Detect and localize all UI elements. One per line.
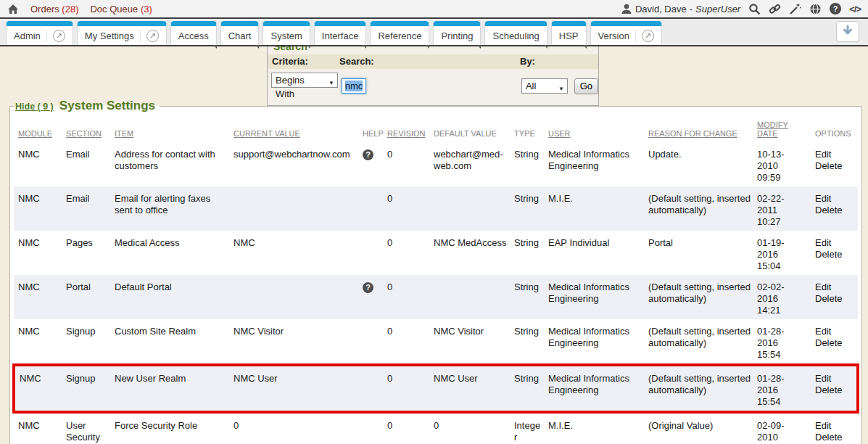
cell-revision: 0 [386,231,432,275]
tab-scheduling[interactable]: Scheduling [484,21,547,45]
cell-current-value: NMC User [232,365,361,412]
cell-module: NMC [14,231,65,275]
open-in-new-window-icon[interactable] [635,30,654,42]
wand-icon[interactable] [789,3,801,15]
cell-modify-date: 02-09-2010 21:01 [756,412,814,444]
cell-reason: (Default setting, inserted automatically… [647,319,756,365]
column-header-options[interactable]: OPTIONS [814,113,858,142]
column-header-modify-date[interactable]: MODIFY DATE [756,113,814,142]
column-header-help[interactable]: HELP [361,113,386,142]
edit-link[interactable]: Edit [815,326,853,337]
cell-current-value [232,186,361,231]
tab-admin[interactable]: Admin [6,21,73,45]
orders-link[interactable]: Orders (28) [30,4,78,15]
selected-text: nmc [345,81,363,91]
by-select[interactable]: All [521,78,568,94]
cell-default-value [432,275,513,319]
help-icon[interactable] [830,3,841,15]
delete-link[interactable]: Delete [815,385,852,396]
doc-queue-count: (3) [141,4,152,15]
settings-table: MODULE SECTION ITEM CURRENT VALUE HELP R… [12,113,859,444]
cell-revision: 0 [386,275,432,319]
tab-reference[interactable]: Reference [370,21,429,45]
edit-link[interactable]: Edit [815,237,853,249]
tab-hsp[interactable]: HSP [551,21,587,45]
edit-link[interactable]: Edit [815,193,853,205]
search-labels-row: Criteria: Search: By: [268,54,598,69]
edit-link[interactable]: Edit [815,281,853,293]
cell-help [361,142,386,186]
cell-revision: 0 [386,186,432,231]
column-header-user[interactable]: USER [547,113,647,142]
link-icon[interactable] [769,3,781,15]
hide-link[interactable]: Hide ( 9 ) [15,102,54,112]
cell-section: Signup [65,365,113,412]
user-name: David, Dave [635,4,687,15]
edit-link[interactable]: Edit [815,149,853,160]
delete-link[interactable]: Delete [815,432,853,443]
column-header-current-value[interactable]: CURRENT VALUE [232,113,361,142]
cell-default-value: webchart@med-web.com [432,142,513,186]
help-icon[interactable] [363,149,373,160]
search-legend: Search [268,46,598,54]
cell-options: Edit Delete [814,186,858,231]
cell-default-value: NMC MedAccess [432,231,513,275]
current-user[interactable]: David, Dave - SuperUser [621,3,740,15]
tab-system[interactable]: System [263,21,310,45]
edit-link[interactable]: Edit [815,420,853,432]
tab-label: Scheduling [492,30,539,41]
column-header-item[interactable]: ITEM [113,113,232,142]
tab-label: Version [598,30,629,41]
column-header-revision[interactable]: REVISION [386,113,432,142]
cell-default-value: NMC Visitor [432,319,513,365]
code-icon[interactable]: </> [849,4,861,15]
collapse-menu-button[interactable] [836,21,859,42]
search-input[interactable]: nmc [342,78,367,94]
top-bar-right: David, Dave - SuperUser </> [621,3,861,15]
home-icon[interactable] [7,4,19,15]
help-icon[interactable] [363,282,373,293]
tab-access[interactable]: Access [170,21,217,45]
tab-version[interactable]: Version [590,21,662,45]
search-controls-row: Begins With nmc All Go [268,69,598,105]
tab-interface[interactable]: Interface [314,21,367,45]
cell-default-value: NMC User [432,365,513,412]
cell-item: Address for contact with customers [113,142,232,186]
search-icon[interactable] [748,3,761,15]
delete-link[interactable]: Delete [815,249,853,260]
delete-link[interactable]: Delete [815,293,853,305]
column-header-default-value[interactable]: DEFAULT VALUE [432,113,513,142]
cell-section: Email [65,142,113,186]
globe-icon[interactable] [809,3,822,15]
table-row: NMC Pages Medical Access NMC 0 NMC MedAc… [14,231,858,275]
delete-link[interactable]: Delete [815,205,853,216]
tab-chart[interactable]: Chart [220,21,260,45]
column-header-reason-for-change[interactable]: REASON FOR CHANGE [647,113,756,142]
cell-modify-date: 10-13-2010 09:59 [756,142,814,186]
table-body: NMC Email Address for contact with custo… [14,142,858,444]
cell-help [361,231,386,275]
cell-default-value [432,186,513,231]
cell-type: String [513,275,547,319]
cell-reason: Update. [647,142,756,186]
tab-printing[interactable]: Printing [433,21,481,45]
cell-revision: 0 [386,365,432,412]
column-header-section[interactable]: SECTION [65,113,113,142]
delete-link[interactable]: Delete [815,337,853,349]
open-in-new-window-icon[interactable] [140,30,159,42]
cell-help [361,186,386,231]
delete-link[interactable]: Delete [815,160,853,172]
doc-queue-link[interactable]: Doc Queue (3) [90,4,152,15]
cell-user: Medical Informatics Engineering [547,275,647,319]
edit-link[interactable]: Edit [815,373,852,385]
go-button[interactable]: Go [574,78,598,94]
cell-module: NMC [14,186,65,231]
open-in-new-window-icon[interactable] [46,30,65,42]
tab-my-settings[interactable]: My Settings [77,21,167,45]
criteria-select[interactable]: Begins With [271,73,338,88]
cell-current-value [232,275,361,319]
cell-module: NMC [14,275,65,319]
column-header-type[interactable]: TYPE [513,113,547,142]
column-header-module[interactable]: MODULE [14,113,65,142]
cell-help [361,275,386,319]
